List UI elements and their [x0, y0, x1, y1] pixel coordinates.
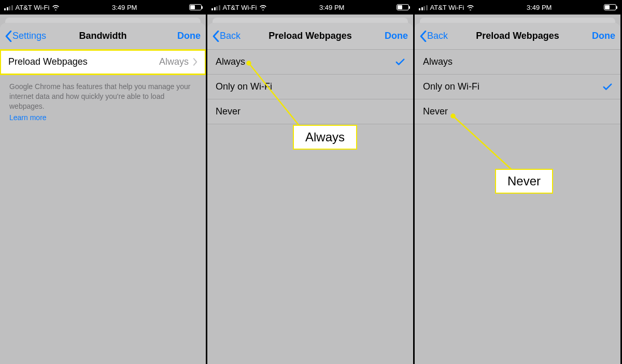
chevron-left-icon: [420, 31, 427, 42]
phone-screen-1: AT&T Wi-Fi 3:49 PM Settings Bandwidth Do…: [0, 0, 207, 364]
annotation-callout: Always: [293, 125, 357, 150]
clock-label: 3:49 PM: [319, 4, 344, 11]
sheet-behind-tab: [5, 18, 201, 23]
signal-icon: [211, 5, 220, 10]
back-button[interactable]: Settings: [5, 31, 52, 42]
status-bar: AT&T Wi-Fi 3:49 PM: [415, 0, 620, 14]
option-never[interactable]: Never: [415, 99, 620, 124]
nav-bar: Back Preload Webpages Done: [415, 23, 620, 50]
phone-screen-3: AT&T Wi-Fi 3:49 PM Back Preload Webpages…: [415, 0, 622, 364]
carrier-label: AT&T Wi-Fi: [223, 4, 257, 11]
sheet-behind-tab: [213, 18, 408, 23]
battery-icon: [397, 4, 409, 10]
chevron-left-icon: [213, 31, 219, 42]
preload-webpages-row[interactable]: Preload Webpages Always: [0, 50, 206, 75]
option-only-wifi[interactable]: Only on Wi-Fi: [415, 75, 620, 99]
status-left: AT&T Wi-Fi: [419, 4, 474, 11]
status-bar: AT&T Wi-Fi 3:49 PM: [207, 0, 413, 14]
settings-sheet: Back Preload Webpages Done Always Only o…: [415, 23, 620, 364]
chevron-right-icon: [193, 58, 197, 66]
back-label: Settings: [12, 31, 46, 41]
back-button[interactable]: Back: [420, 31, 466, 42]
row-label: Preload Webpages: [8, 56, 88, 67]
battery-icon: [604, 4, 616, 10]
options-list: Always Only on Wi-Fi Never: [415, 50, 620, 124]
done-button[interactable]: Done: [154, 31, 201, 41]
nav-bar: Back Preload Webpages Done: [207, 23, 413, 50]
back-button[interactable]: Back: [213, 31, 259, 42]
sheet-behind-tab: [420, 18, 615, 23]
chevron-left-icon: [5, 31, 12, 42]
carrier-label: AT&T Wi-Fi: [430, 4, 464, 11]
settings-list: Preload Webpages Always: [0, 50, 206, 75]
nav-title: Bandwidth: [52, 31, 154, 41]
option-always[interactable]: Always: [207, 50, 413, 75]
option-label: Only on Wi-Fi: [216, 81, 272, 92]
clock-label: 3:49 PM: [112, 4, 137, 11]
checkmark-icon: [603, 83, 612, 91]
settings-sheet: Settings Bandwidth Done Preload Webpages…: [0, 23, 206, 364]
option-label: Never: [216, 106, 241, 117]
nav-title: Preload Webpages: [466, 31, 569, 41]
nav-title: Preload Webpages: [259, 31, 361, 41]
status-left: AT&T Wi-Fi: [211, 4, 267, 11]
option-label: Always: [423, 56, 453, 67]
wifi-icon: [466, 4, 474, 10]
option-always[interactable]: Always: [415, 50, 620, 75]
option-never[interactable]: Never: [207, 99, 413, 124]
svg-line-2: [453, 116, 514, 172]
status-bar: AT&T Wi-Fi 3:49 PM: [0, 0, 206, 14]
signal-icon: [419, 5, 428, 10]
footer-text: Google Chrome has features that help you…: [0, 75, 206, 112]
options-list: Always Only on Wi-Fi Never: [207, 50, 413, 124]
done-button[interactable]: Done: [361, 31, 408, 41]
checkmark-icon: [395, 58, 405, 66]
annotation-callout: Never: [495, 169, 553, 194]
back-label: Back: [220, 31, 241, 41]
status-right: [397, 4, 409, 10]
phone-screen-2: AT&T Wi-Fi 3:49 PM Back Preload Webpages…: [207, 0, 415, 364]
option-label: Always: [216, 56, 245, 67]
signal-icon: [4, 5, 13, 10]
nav-bar: Settings Bandwidth Done: [0, 23, 206, 50]
row-value: Always: [159, 56, 197, 67]
option-only-wifi[interactable]: Only on Wi-Fi: [207, 75, 413, 99]
wifi-icon: [259, 4, 267, 10]
status-right: [604, 4, 616, 10]
done-button[interactable]: Done: [569, 31, 615, 41]
learn-more-link[interactable]: Learn more: [0, 112, 206, 123]
status-left: AT&T Wi-Fi: [4, 4, 60, 11]
option-label: Never: [423, 106, 448, 117]
status-right: [189, 4, 202, 10]
carrier-label: AT&T Wi-Fi: [16, 4, 50, 11]
wifi-icon: [52, 4, 60, 10]
back-label: Back: [427, 31, 448, 41]
clock-label: 3:49 PM: [527, 4, 552, 11]
battery-icon: [189, 4, 202, 10]
option-label: Only on Wi-Fi: [423, 81, 479, 92]
settings-sheet: Back Preload Webpages Done Always Only o…: [207, 23, 413, 364]
